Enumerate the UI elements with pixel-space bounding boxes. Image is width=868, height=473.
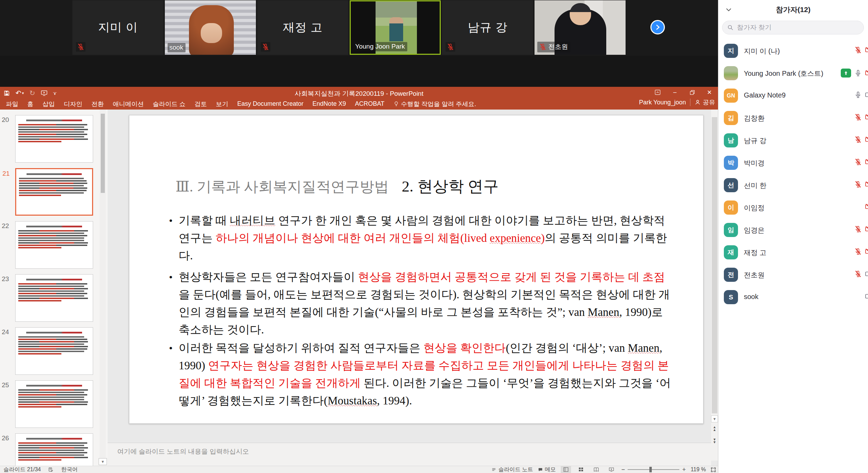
video-tile-2[interactable]: sook — [165, 0, 256, 55]
video-tile-3[interactable]: 재정 고 — [257, 0, 348, 55]
participant-row[interactable]: GNGalaxy Note9 — [718, 85, 868, 107]
slide-thumbnail-21[interactable]: 21 — [15, 168, 93, 216]
minimize-button[interactable]: – — [666, 87, 684, 98]
ribbon-tab-5[interactable]: 애니메이션 — [108, 98, 148, 110]
video-tile-1[interactable]: 지미 이 — [72, 0, 163, 55]
camera-off-icon — [865, 113, 868, 121]
slide-sorter-view-button[interactable] — [576, 466, 586, 473]
slide-title-section: Ⅲ. 기록과 사회복지질적연구방법 — [176, 179, 389, 195]
ribbon-tab-7[interactable]: 검토 — [190, 98, 211, 110]
ribbon-tab-10[interactable]: EndNote X9 — [308, 98, 350, 110]
participant-avatar: 임 — [724, 223, 738, 237]
participant-search-input[interactable]: 참가자 찾기 — [722, 21, 864, 34]
camera-off-icon — [865, 158, 868, 166]
zoom-percentage[interactable]: 119 % — [691, 466, 706, 473]
mic-muted-icon — [854, 225, 862, 233]
participant-row[interactable]: Young Joon Park (호스트) — [718, 62, 868, 84]
powerpoint-status-bar: 슬라이드 21/34 한국어 슬라이드 노트 메모 — [0, 466, 718, 473]
spellcheck-icon[interactable] — [48, 467, 53, 472]
start-slideshow-button[interactable] — [41, 90, 48, 96]
ribbon-tab-1[interactable]: 홈 — [23, 98, 38, 110]
video-tile-5[interactable]: 남규 강 — [442, 0, 533, 55]
participant-name: 선미 한 — [744, 181, 767, 190]
slideshow-view-button[interactable] — [606, 466, 617, 473]
scrollbar-thumb[interactable] — [712, 117, 717, 413]
participant-name: 재정 고 — [257, 0, 348, 55]
participant-row[interactable]: 김김창환 — [718, 107, 868, 129]
scrollbar-thumb[interactable] — [101, 114, 105, 193]
ribbon-tab-9[interactable]: Easy Document Creator — [233, 98, 308, 110]
mic-on-icon — [854, 91, 862, 99]
tile-name-label: sook — [168, 43, 186, 52]
ribbon-tab-11[interactable]: ACROBAT — [350, 98, 389, 110]
close-button[interactable]: ✕ — [701, 87, 718, 98]
slide-thumbnail-26[interactable]: 26 — [15, 433, 93, 466]
video-tile-4[interactable]: Young Joon Park — [350, 0, 441, 55]
reading-view-button[interactable] — [591, 466, 601, 473]
zoom-in-button[interactable]: + — [682, 466, 686, 473]
slide-thumbnail-22[interactable]: 22 — [15, 221, 93, 269]
slide-thumbnail-24[interactable]: 24 — [15, 327, 93, 375]
memo-toggle-button[interactable]: 메모 — [538, 466, 556, 473]
notes-pane[interactable]: 여기에 슬라이드 노트의 내용을 입력하십시오 — [108, 443, 711, 466]
zoom-slider-knob[interactable] — [649, 467, 652, 472]
language-indicator[interactable]: 한국어 — [61, 466, 78, 473]
normal-view-icon — [563, 467, 569, 472]
ribbon-tab-file[interactable]: 파일 — [1, 98, 23, 110]
thumbnail-scrollbar[interactable] — [100, 110, 106, 460]
ribbon-tab-3[interactable]: 디자인 — [59, 98, 87, 110]
zoom-slider-track[interactable] — [628, 469, 679, 470]
next-slide-button[interactable]: ▼▼ — [711, 438, 718, 444]
lightbulb-icon — [393, 101, 399, 107]
participant-status-icons — [865, 203, 868, 210]
thumbnail-slide-number: 25 — [2, 381, 9, 389]
fit-to-window-icon[interactable] — [711, 467, 716, 472]
participant-row[interactable]: 재재정 고 — [718, 241, 868, 264]
participant-row[interactable]: 전전초원 — [718, 264, 868, 286]
customize-qat-button[interactable]: —▾ — [53, 91, 57, 95]
participant-row[interactable]: 지지미 이 (나) — [718, 40, 868, 62]
previous-slide-button[interactable]: ▲▲ — [711, 425, 718, 432]
slideshow-icon — [609, 467, 614, 472]
ribbon-tab-4[interactable]: 전환 — [87, 98, 108, 110]
participant-row[interactable]: 임임경은 — [718, 219, 868, 241]
thumbnail-scroll-down-button[interactable]: ▼ — [99, 458, 107, 465]
participant-row[interactable]: 박박미경 — [718, 152, 868, 174]
participant-name: 이임정 — [744, 203, 765, 213]
notes-toggle-button[interactable]: 슬라이드 노트 — [491, 466, 533, 473]
tell-me-box[interactable]: 수행할 작업을 알려 주세요. — [389, 98, 481, 110]
slide-thumbnail-20[interactable]: 20 — [15, 115, 93, 163]
camera-off-icon — [865, 69, 868, 77]
ribbon-tab-8[interactable]: 보기 — [211, 98, 233, 110]
participant-row[interactable]: 선선미 한 — [718, 174, 868, 196]
slide-scrollbar[interactable]: ▼ ▲▲ ▼▼ — [711, 110, 718, 461]
participant-name: 임경은 — [744, 226, 765, 235]
participant-row[interactable]: 이이임정 — [718, 197, 868, 219]
restore-button[interactable] — [684, 87, 701, 98]
mic-muted-icon — [854, 113, 862, 121]
participant-row[interactable]: Ssook — [718, 286, 868, 308]
slide-thumbnail-23[interactable]: 23 — [15, 274, 93, 322]
ribbon-tab-2[interactable]: 삽입 — [38, 98, 59, 110]
participant-status-icons — [854, 46, 868, 54]
slide-thumbnail-25[interactable]: 25 — [15, 380, 93, 428]
share-button[interactable]: 공유 — [695, 98, 715, 106]
zoom-out-button[interactable]: − — [621, 466, 625, 473]
participant-row[interactable]: 남남규 강 — [718, 130, 868, 152]
scroll-down-button[interactable]: ▼ — [711, 415, 718, 422]
camera-off-icon — [865, 203, 868, 210]
normal-view-button[interactable] — [561, 466, 571, 473]
save-button[interactable] — [3, 90, 10, 96]
next-participants-arrow-button[interactable] — [650, 20, 665, 34]
redo-button[interactable]: ↻ — [29, 90, 35, 96]
memo-icon — [538, 467, 543, 472]
participant-name: Galaxy Note9 — [744, 91, 786, 99]
participant-avatar: 재 — [724, 245, 738, 259]
screen-sharing-badge — [841, 69, 851, 78]
zoom-video-strip: 지미 이 sook재정 고 Young Joon Park남규 강 전초원 — [0, 0, 718, 56]
undo-button[interactable]: ↶▾ — [16, 90, 24, 96]
ribbon-tab-6[interactable]: 슬라이드 쇼 — [148, 98, 190, 110]
video-tile-6[interactable]: 전초원 — [535, 0, 626, 55]
ribbon-display-options-button[interactable] — [649, 87, 666, 98]
slide-canvas[interactable]: Ⅲ. 기록과 사회복지질적연구방법2. 현상학 연구 기록할 때 내러티브 연구… — [129, 115, 704, 424]
